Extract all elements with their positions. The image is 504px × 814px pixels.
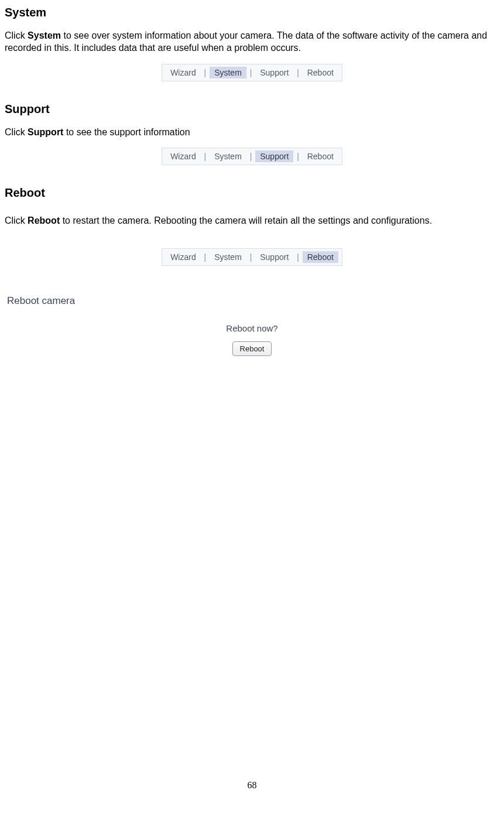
nav-tab-wizard[interactable]: Wizard: [166, 151, 201, 162]
nav-tab-reboot[interactable]: Reboot: [303, 67, 338, 78]
nav-screenshot-system: Wizard | System | Support | Reboot: [162, 64, 342, 81]
nav-tab-reboot[interactable]: Reboot: [303, 251, 338, 263]
reboot-panel-title: Reboot camera: [7, 295, 499, 307]
nav-tab-support[interactable]: Support: [255, 151, 293, 162]
text: Click: [5, 216, 28, 225]
nav-tab-reboot[interactable]: Reboot: [303, 151, 338, 162]
separator: |: [296, 252, 300, 262]
separator: |: [296, 68, 300, 77]
text: to restart the camera. Rebooting the cam…: [60, 216, 432, 225]
nav-screenshot-support: Wizard | System | Support | Reboot: [162, 148, 342, 165]
text: to see the support information: [63, 127, 190, 137]
bold-keyword-support: Support: [28, 127, 63, 137]
paragraph-system: Click System to see over system informat…: [5, 30, 499, 54]
text: Click: [5, 127, 28, 137]
bold-keyword-reboot: Reboot: [28, 216, 60, 225]
nav-tab-system[interactable]: System: [210, 67, 246, 78]
nav-tab-system[interactable]: System: [210, 251, 246, 263]
reboot-question: Reboot now?: [5, 323, 499, 333]
reboot-panel: Reboot camera Reboot now? Reboot: [5, 295, 499, 356]
paragraph-support: Click Support to see the support informa…: [5, 126, 499, 139]
page-number: 68: [0, 780, 504, 791]
reboot-button[interactable]: Reboot: [232, 341, 272, 356]
nav-tab-system[interactable]: System: [210, 151, 246, 162]
heading-support: Support: [5, 102, 499, 116]
paragraph-reboot: Click Reboot to restart the camera. Rebo…: [5, 215, 499, 227]
nav-tab-support[interactable]: Support: [255, 67, 293, 78]
heading-system: System: [5, 6, 499, 19]
nav-tab-wizard[interactable]: Wizard: [166, 67, 201, 78]
separator: |: [249, 252, 253, 262]
separator: |: [203, 68, 208, 77]
separator: |: [203, 252, 208, 262]
nav-screenshot-reboot: Wizard | System | Support | Reboot: [162, 248, 342, 266]
text: to see over system information about you…: [5, 30, 487, 53]
separator: |: [203, 152, 208, 161]
nav-tab-wizard[interactable]: Wizard: [166, 251, 201, 263]
separator: |: [249, 152, 253, 161]
separator: |: [249, 68, 253, 77]
text: Click: [5, 30, 28, 40]
separator: |: [296, 152, 300, 161]
nav-tab-support[interactable]: Support: [255, 251, 293, 263]
bold-keyword-system: System: [28, 30, 61, 40]
heading-reboot: Reboot: [5, 186, 499, 200]
